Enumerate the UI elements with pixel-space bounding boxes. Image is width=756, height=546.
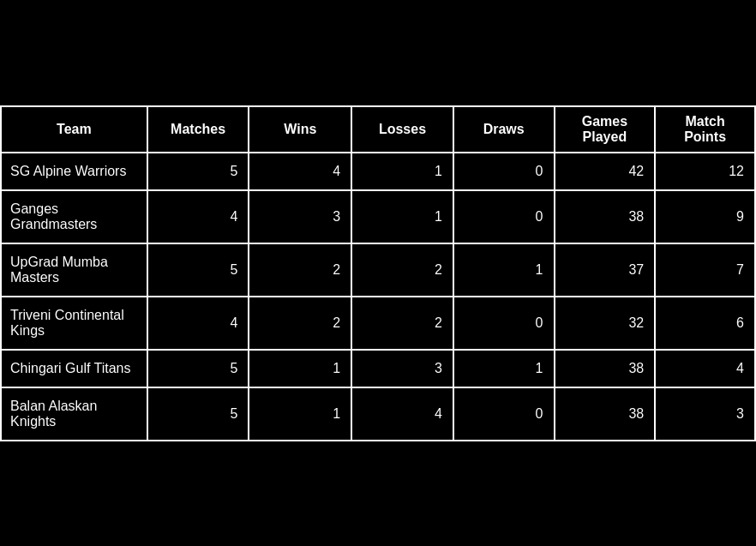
cell-wins: 2	[249, 297, 351, 350]
cell-match-points: 3	[655, 387, 755, 441]
cell-draws: 0	[453, 190, 555, 243]
header-games-played: GamesPlayed	[555, 106, 656, 153]
cell-draws: 0	[453, 387, 555, 441]
table-row: UpGrad Mumba Masters5221377	[1, 243, 755, 297]
cell-games-played: 42	[555, 153, 656, 190]
cell-losses: 4	[351, 387, 453, 441]
header-team: Team	[1, 106, 147, 153]
cell-match-points: 12	[655, 153, 755, 190]
standings-table: Team Matches Wins Losses Draws GamesPlay…	[0, 105, 756, 441]
table-header-row: Team Matches Wins Losses Draws GamesPlay…	[1, 106, 755, 153]
cell-draws: 0	[453, 153, 555, 190]
cell-matches: 5	[147, 350, 249, 387]
cell-draws: 0	[453, 297, 555, 350]
header-losses: Losses	[351, 106, 453, 153]
table-row: Triveni Continental Kings4220326	[1, 297, 755, 350]
cell-games-played: 32	[555, 297, 656, 350]
cell-team: SG Alpine Warriors	[1, 153, 147, 190]
cell-games-played: 37	[555, 243, 656, 297]
cell-match-points: 7	[655, 243, 755, 297]
header-match-points: MatchPoints	[655, 106, 755, 153]
cell-matches: 5	[147, 153, 249, 190]
cell-match-points: 4	[655, 350, 755, 387]
cell-wins: 3	[249, 190, 351, 243]
table-row: Chingari Gulf Titans5131384	[1, 350, 755, 387]
cell-team: Chingari Gulf Titans	[1, 350, 147, 387]
cell-wins: 2	[249, 243, 351, 297]
table-body: SG Alpine Warriors54104212Ganges Grandma…	[1, 153, 755, 441]
cell-losses: 1	[351, 153, 453, 190]
cell-match-points: 9	[655, 190, 755, 243]
cell-losses: 2	[351, 243, 453, 297]
cell-wins: 1	[249, 387, 351, 441]
standings-table-container: Team Matches Wins Losses Draws GamesPlay…	[0, 105, 756, 441]
header-draws: Draws	[453, 106, 555, 153]
cell-games-played: 38	[555, 350, 656, 387]
header-wins: Wins	[249, 106, 351, 153]
table-row: Balan Alaskan Knights5140383	[1, 387, 755, 441]
cell-losses: 3	[351, 350, 453, 387]
cell-team: UpGrad Mumba Masters	[1, 243, 147, 297]
cell-losses: 2	[351, 297, 453, 350]
cell-match-points: 6	[655, 297, 755, 350]
cell-team: Ganges Grandmasters	[1, 190, 147, 243]
cell-draws: 1	[453, 350, 555, 387]
cell-team: Balan Alaskan Knights	[1, 387, 147, 441]
cell-games-played: 38	[555, 387, 656, 441]
cell-games-played: 38	[555, 190, 656, 243]
cell-losses: 1	[351, 190, 453, 243]
table-row: Ganges Grandmasters4310389	[1, 190, 755, 243]
cell-matches: 4	[147, 190, 249, 243]
table-row: SG Alpine Warriors54104212	[1, 153, 755, 190]
header-matches: Matches	[147, 106, 249, 153]
cell-matches: 4	[147, 297, 249, 350]
cell-matches: 5	[147, 387, 249, 441]
cell-matches: 5	[147, 243, 249, 297]
cell-wins: 4	[249, 153, 351, 190]
cell-draws: 1	[453, 243, 555, 297]
cell-wins: 1	[249, 350, 351, 387]
cell-team: Triveni Continental Kings	[1, 297, 147, 350]
